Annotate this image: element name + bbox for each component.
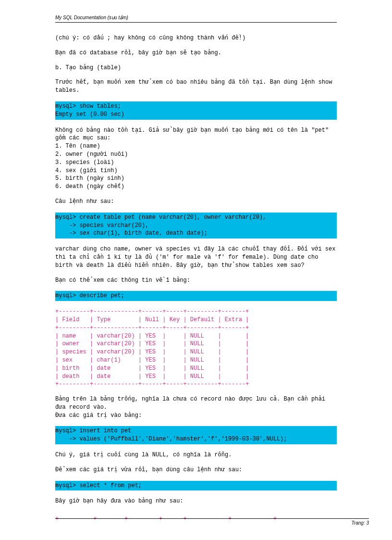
paragraph: Bây giờ bạn hãy đưa vào bảng như sau: bbox=[55, 497, 337, 505]
paragraph: Trước hết, bạn muốn xem thử xem có bao n… bbox=[55, 78, 337, 95]
page-number: Trang: 3 bbox=[352, 520, 369, 526]
code-block: mysql> describe pet; bbox=[55, 291, 337, 301]
paragraph: varchar dùng cho name, owner và species … bbox=[55, 245, 337, 269]
paragraph: b. Tạo bảng (table) bbox=[55, 64, 337, 72]
paragraph: Bạn đã có database rồi, bây giờ bạn sẽ t… bbox=[55, 49, 337, 57]
paragraph: Không có bảng nào tồn tại. Giả sử bây gi… bbox=[55, 126, 337, 143]
page-content: My SQL Documentation (sưu tầm) (chú ý: c… bbox=[0, 0, 392, 540]
paragraph: (chú ý: có dấu ; hay không có cũng không… bbox=[55, 34, 337, 42]
paragraph: Chú ý, giá trị cuối cùng là NULL, có ngh… bbox=[55, 451, 337, 459]
paragraph: Để xem các giá trị vừa rồi, bạn dùng câu… bbox=[55, 466, 337, 474]
paragraph: Câu lệnh như sau: bbox=[55, 198, 337, 206]
code-block: mysql> insert into pet -> values ('Puffb… bbox=[55, 426, 337, 444]
list: 1. Tên (name) 2. owner (người nuôi) 3. s… bbox=[55, 142, 337, 191]
code-block: mysql> show tables; Empty set (0.00 sec) bbox=[55, 101, 337, 120]
code-block: mysql> select * from pet; bbox=[55, 481, 337, 491]
paragraph: Bạn có thể xem các thông tin về 1 bảng: bbox=[55, 276, 337, 285]
paragraph: Bảng trên là bảng trống, nghĩa là chưa c… bbox=[55, 395, 337, 419]
page-header: My SQL Documentation (sưu tầm) bbox=[55, 14, 337, 23]
page-footer: Trang: 3 bbox=[55, 518, 369, 527]
code-block: mysql> create table pet (name varchar(20… bbox=[55, 213, 337, 239]
table-output: +---------+-------------+------+-----+--… bbox=[55, 308, 337, 389]
